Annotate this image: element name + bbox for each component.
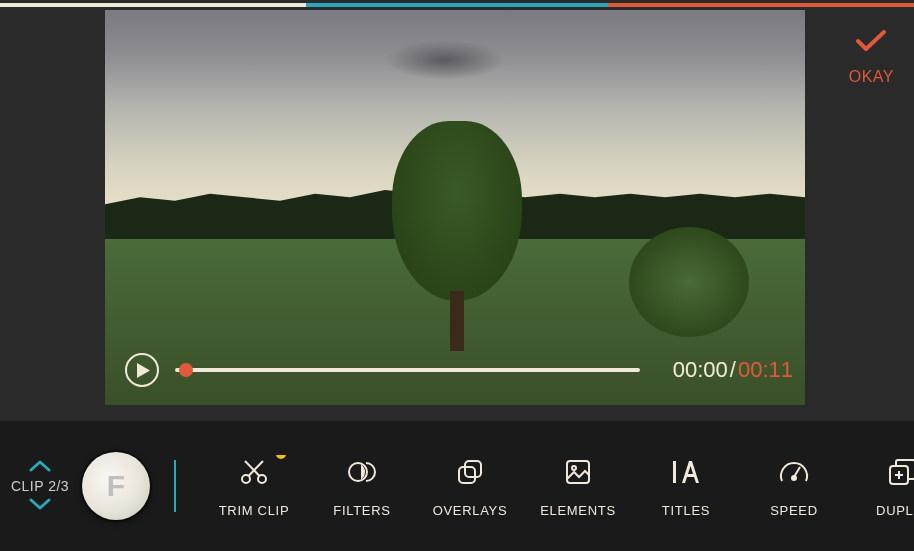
- tool-overlays[interactable]: OVERLAYS: [416, 455, 524, 518]
- clip-navigator: CLIP 2/3: [0, 458, 80, 514]
- okay-label: OKAY: [849, 68, 894, 86]
- tool-speed[interactable]: SPEED: [740, 455, 848, 518]
- tool-label: DUPLIC: [876, 503, 914, 518]
- clip-down-arrow[interactable]: [29, 496, 51, 514]
- overlays-icon: [455, 455, 485, 489]
- progress-segment-2: [306, 3, 608, 7]
- tool-filters[interactable]: FILTERS: [308, 455, 416, 518]
- video-preview[interactable]: 00:00/00:11: [105, 10, 805, 405]
- time-total: 00:11: [738, 357, 793, 382]
- tool-duplicate[interactable]: DUPLIC: [848, 455, 914, 518]
- video-tree: [392, 121, 522, 351]
- svg-line-2: [249, 461, 264, 476]
- clip-label: CLIP 2/3: [11, 478, 69, 494]
- svg-point-11: [792, 476, 796, 480]
- svg-rect-9: [673, 461, 676, 483]
- tool-elements[interactable]: ELEMENTS: [524, 455, 632, 518]
- tool-label: SPEED: [770, 503, 818, 518]
- tool-label: FILTERS: [333, 503, 390, 518]
- elements-icon: [563, 455, 593, 489]
- progress-segment-1: [0, 3, 306, 7]
- top-progress-bar: [0, 3, 914, 7]
- time-separator: /: [730, 357, 736, 382]
- toolbar-divider: [174, 460, 176, 512]
- tools-row: TRIM CLIP FILTERS OVERLAYS ELEMENTS TITL: [200, 455, 914, 518]
- titles-icon: [670, 455, 702, 489]
- svg-rect-5: [459, 467, 475, 483]
- play-icon: [137, 363, 150, 378]
- okay-button[interactable]: OKAY: [849, 30, 894, 86]
- video-bush: [629, 227, 749, 337]
- tool-label: ELEMENTS: [540, 503, 616, 518]
- scissors-icon: [239, 455, 269, 489]
- clip-up-arrow[interactable]: [29, 458, 51, 476]
- svg-point-8: [572, 466, 576, 470]
- scrubber-thumb[interactable]: [179, 363, 193, 377]
- duplicate-icon: [887, 455, 914, 489]
- tool-label: TRIM CLIP: [219, 503, 290, 518]
- clip-thumbnail[interactable]: F: [82, 452, 150, 520]
- svg-line-3: [245, 461, 260, 476]
- play-button[interactable]: [125, 353, 159, 387]
- filters-icon: [347, 455, 377, 489]
- svg-rect-6: [465, 461, 481, 477]
- time-display: 00:00/00:11: [673, 357, 793, 383]
- scrubber-track[interactable]: [175, 368, 640, 372]
- tool-label: OVERLAYS: [433, 503, 508, 518]
- tool-indicator-dot: [276, 455, 286, 459]
- bottom-toolbar: CLIP 2/3 F TRIM CLIP FILTERS OVERLAYS: [0, 421, 914, 551]
- progress-segment-3: [608, 3, 914, 7]
- tool-trim-clip[interactable]: TRIM CLIP: [200, 455, 308, 518]
- video-frame: [105, 10, 805, 405]
- check-icon: [856, 30, 886, 52]
- tool-label: TITLES: [662, 503, 710, 518]
- clip-thumbnail-initial: F: [107, 469, 125, 503]
- chevron-down-icon: [29, 498, 51, 510]
- chevron-up-icon: [29, 460, 51, 472]
- speed-icon: [778, 455, 810, 489]
- time-current: 00:00: [673, 357, 728, 382]
- tool-titles[interactable]: TITLES: [632, 455, 740, 518]
